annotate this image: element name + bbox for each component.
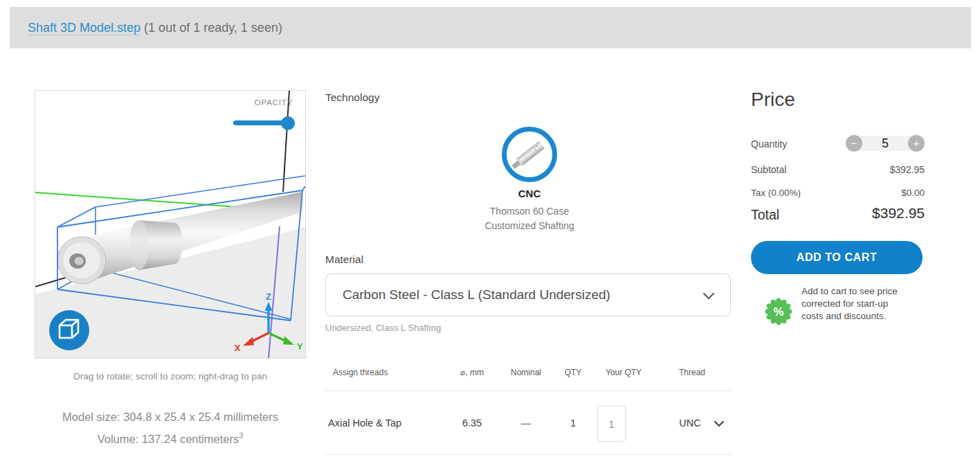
quantity-decrease-button[interactable]: − [846,135,862,152]
table-row-divider [325,454,732,455]
reset-view-button[interactable] [49,310,89,350]
technology-vendor-line2: Customized Shafting [460,220,599,231]
model-dimensions: Model size: 304.8 x 25.4 x 25.4 millimet… [18,408,323,449]
material-selected-value: Carbon Steel - Class L (Standard Undersi… [343,274,610,316]
quantity-label: Quantity [751,138,787,150]
thread-select-chevron-icon[interactable] [714,420,725,427]
opacity-slider-handle[interactable] [281,116,295,130]
quantity-stepper: 5 − + [846,134,925,152]
cube-icon [54,315,84,345]
shaft-photo-icon [507,132,552,177]
col-header-qty: QTY [565,368,582,377]
technology-label: Technology [325,91,379,104]
total-value: $392.95 [751,205,925,222]
y-axis-label: Y [297,341,303,352]
z-axis-label: Z [266,294,271,302]
percent-icon: % [773,305,783,318]
thread-row-name: Axial Hole & Tap [328,417,401,429]
col-header-assign-threads: Assign threads [333,368,388,377]
model-viewer[interactable]: OPACITY Z X Y [35,90,306,359]
model-volume-text: Volume: 137.24 centimeters3 [18,426,323,449]
discount-note: Add to cart to see price corrected for s… [801,285,904,323]
col-header-your-qty: Your QTY [606,368,642,377]
material-label: Material [325,253,363,266]
quantity-increase-button[interactable]: + [908,135,925,152]
chevron-down-icon [702,292,715,300]
material-hint: Undersized, Class L Shafting [325,323,441,333]
subtotal-value: $392.95 [751,164,925,175]
file-status-text: (1 out of 1 ready, 1 seen) [144,21,282,35]
thread-row-diameter: 6.35 [462,417,482,429]
col-header-nominal: Nominal [511,368,541,377]
file-link[interactable]: Shaft 3D Model.step [28,21,140,35]
table-header-divider [325,390,732,391]
col-header-thread: Thread [679,368,705,377]
opacity-label: OPACITY [255,98,293,107]
your-qty-input[interactable] [597,406,626,442]
model-size-text: Model size: 304.8 x 25.4 x 25.4 millimet… [18,408,323,426]
thread-type-value: UNC [679,417,700,429]
discount-badge-icon: % [764,297,793,326]
price-title: Price [751,89,795,111]
thread-row-nominal: — [521,417,532,429]
tax-value: $0.00 [751,188,925,198]
technology-vendor-line1: Thomson 60 Case [460,206,599,217]
axis-gizmo: Z X Y [231,294,303,356]
x-axis-label: X [235,343,241,353]
file-status-banner: Shaft 3D Model.step (1 out of 1 ready, 1… [10,7,971,48]
technology-name: CNC [495,188,564,199]
add-to-cart-button[interactable]: ADD TO CART [751,241,923,274]
thread-row-qty: 1 [570,417,576,429]
viewer-hint: Drag to rotate; scroll to zoom; right-dr… [28,371,313,381]
col-header-diameter: ⌀, mm [460,368,484,377]
material-select[interactable]: Carbon Steel - Class L (Standard Undersi… [325,273,731,316]
cnc-technology-icon[interactable] [502,127,557,182]
